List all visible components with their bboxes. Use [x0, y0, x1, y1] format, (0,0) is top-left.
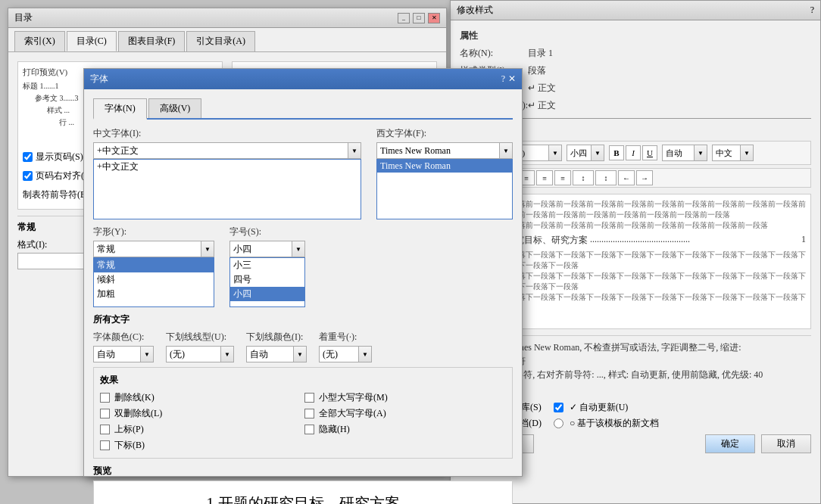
hidden-checkbox[interactable]: [304, 425, 314, 434]
emphasis-select[interactable]: (无): [319, 346, 358, 362]
tab-toc-label: 目录(C): [76, 36, 107, 46]
font-tab-font[interactable]: 字体(N): [93, 98, 147, 120]
font-select-arrow[interactable]: ▼: [548, 145, 562, 161]
font-color-select[interactable]: 自动: [93, 346, 140, 362]
style-item-italic[interactable]: 倾斜: [94, 272, 214, 287]
lang-arrow[interactable]: ▼: [740, 145, 754, 161]
tab-citations[interactable]: 引文目录(A): [186, 31, 255, 51]
western-font-arrow[interactable]: ▼: [499, 142, 513, 159]
emphasis-arrow[interactable]: ▼: [358, 346, 372, 362]
size-select-arrow[interactable]: ▼: [591, 145, 604, 161]
strikethrough-label: 删除线(K): [114, 391, 155, 404]
underline-button[interactable]: U: [642, 145, 657, 160]
underline-style-arrow[interactable]: ▼: [220, 346, 234, 362]
font-dialog-help[interactable]: ?: [501, 73, 505, 85]
font-size-list[interactable]: 小三 四号 小四: [229, 257, 305, 307]
small-caps-checkbox[interactable]: [304, 393, 314, 403]
strikethrough-item: 删除线(K): [100, 391, 301, 404]
tab-citations-label: 引文目录(A): [196, 36, 245, 46]
para-spacing-btn[interactable]: ↕: [595, 170, 617, 185]
maximize-button[interactable]: □: [413, 13, 425, 23]
based-on-template-radio[interactable]: [554, 418, 563, 428]
effects-title: 效果: [100, 374, 506, 387]
underline-style-col: 下划线线型(U): (无) ▼: [166, 331, 234, 362]
underline-color-select[interactable]: 自动: [246, 346, 293, 362]
style-item-regular[interactable]: 常规: [94, 258, 214, 272]
underline-style-select[interactable]: (无): [166, 346, 220, 362]
western-font-input[interactable]: Times New Roman: [376, 142, 499, 159]
style-item-bold[interactable]: 加粗: [94, 287, 214, 301]
underline-style-label: 下划线线型(U):: [166, 331, 234, 344]
font-dialog-close[interactable]: ✕: [508, 73, 516, 85]
color-select[interactable]: 自动: [662, 145, 694, 161]
tab-index[interactable]: 索引(X): [14, 31, 65, 51]
font-dialog: 字体 ? ✕ 字体(N) 高级(V) 中文字体(I): +中文正文 ▼: [83, 68, 523, 477]
font-size-input[interactable]: 小四: [229, 241, 292, 257]
ms-cancel-button[interactable]: 取消: [761, 434, 811, 453]
show-page-numbers-label: 显示页码(S): [36, 151, 83, 163]
close-button[interactable]: ✕: [428, 13, 440, 23]
indent-left-btn[interactable]: ←: [618, 170, 635, 185]
font-dialog-body: 字体(N) 高级(V) 中文字体(I): +中文正文 ▼ +中文正文 西文字: [84, 89, 522, 504]
chinese-font-list[interactable]: +中文正文: [93, 159, 361, 219]
font-style-list[interactable]: 常规 倾斜 加粗: [93, 257, 214, 307]
tab-toc[interactable]: 目录(C): [67, 31, 117, 51]
chinese-font-arrow[interactable]: ▼: [348, 142, 361, 159]
double-strike-checkbox[interactable]: [100, 409, 110, 418]
double-strike-item: 双删除线(L): [100, 407, 301, 420]
name-value: 目录 1: [528, 47, 553, 60]
emphasis-label: 着重号(·):: [319, 331, 372, 344]
bold-button[interactable]: B: [609, 145, 624, 160]
underline-color-arrow[interactable]: ▼: [293, 346, 307, 362]
preview-section: 预览 1 开题的研究目标、研究方案 这是用于中文的正文主题字体。当前文档主题定义…: [93, 465, 513, 504]
font-style-arrow[interactable]: ▼: [201, 241, 214, 257]
size-item-sihao[interactable]: 四号: [230, 272, 304, 287]
lang-select[interactable]: 中文: [712, 145, 740, 161]
font-size-label: 字号(S):: [229, 226, 305, 238]
all-fonts-section: 所有文字 字体颜色(C): 自动 ▼ 下划线线型(U): (无) ▼: [93, 313, 513, 362]
minimize-button[interactable]: _: [398, 13, 410, 23]
color-arrow[interactable]: ▼: [694, 145, 707, 161]
align-btn6[interactable]: ≡: [554, 170, 571, 185]
font-color-col: 字体颜色(C): 自动 ▼: [93, 331, 154, 362]
size-item-xiaosi[interactable]: 小四: [230, 287, 304, 301]
effects-grid: 删除线(K) 小型大写字母(M) 双删除线(L) 全部大写字母(A) 上标(P): [100, 391, 506, 452]
font-style-input[interactable]: 常规: [93, 241, 201, 257]
font-tab-advanced[interactable]: 高级(V): [148, 98, 202, 118]
modify-style-help-icon[interactable]: ?: [810, 5, 814, 16]
align-btn5[interactable]: ≡: [536, 170, 553, 185]
show-page-numbers-checkbox[interactable]: [23, 152, 33, 162]
strikethrough-checkbox[interactable]: [100, 393, 110, 403]
ms-ok-button[interactable]: 确定: [705, 434, 755, 453]
size-select[interactable]: 小四: [567, 145, 591, 161]
right-align-checkbox[interactable]: [23, 171, 33, 181]
italic-button[interactable]: I: [626, 145, 641, 160]
line-spacing-btn[interactable]: ↕: [573, 170, 594, 185]
based-on-template-label: ○ 基于该模板的新文档: [570, 417, 659, 430]
font-tab-advanced-label: 高级(V): [160, 103, 191, 114]
subscript-checkbox[interactable]: [100, 440, 110, 450]
tab-figures[interactable]: 图表目录(F): [118, 31, 186, 51]
all-caps-label: 全部大写字母(A): [319, 407, 386, 420]
font-color-arrow[interactable]: ▼: [140, 346, 154, 362]
style-type-value: 段落: [528, 64, 546, 77]
western-font-item1[interactable]: Times New Roman: [377, 160, 512, 173]
toc-entry-dots: ........................................…: [588, 234, 801, 247]
toc-title-text: 目录: [14, 11, 33, 24]
all-caps-checkbox[interactable]: [304, 409, 314, 418]
chinese-font-label: 中文字体(I):: [93, 127, 361, 140]
indent-right-btn[interactable]: →: [636, 170, 653, 185]
size-item-xiaosan[interactable]: 小三: [230, 258, 304, 272]
superscript-checkbox[interactable]: [100, 425, 110, 434]
toc-tabs: 索引(X) 目录(C) 图表目录(F) 引文目录(A): [8, 28, 446, 52]
chinese-font-input[interactable]: +中文正文: [93, 142, 348, 159]
small-caps-item: 小型大写字母(M): [304, 391, 506, 404]
chinese-font-item1[interactable]: +中文正文: [94, 160, 361, 174]
subscript-item: 下标(B): [100, 439, 301, 452]
font-size-arrow[interactable]: ▼: [292, 241, 305, 257]
superscript-item: 上标(P): [100, 423, 301, 436]
style-col: 字形(Y): 常规 ▼ 常规 倾斜 加粗: [93, 226, 214, 307]
font-dialog-title: 字体 ? ✕: [84, 69, 522, 89]
western-font-list[interactable]: Times New Roman: [376, 159, 513, 219]
auto-update-checkbox[interactable]: [554, 403, 563, 412]
